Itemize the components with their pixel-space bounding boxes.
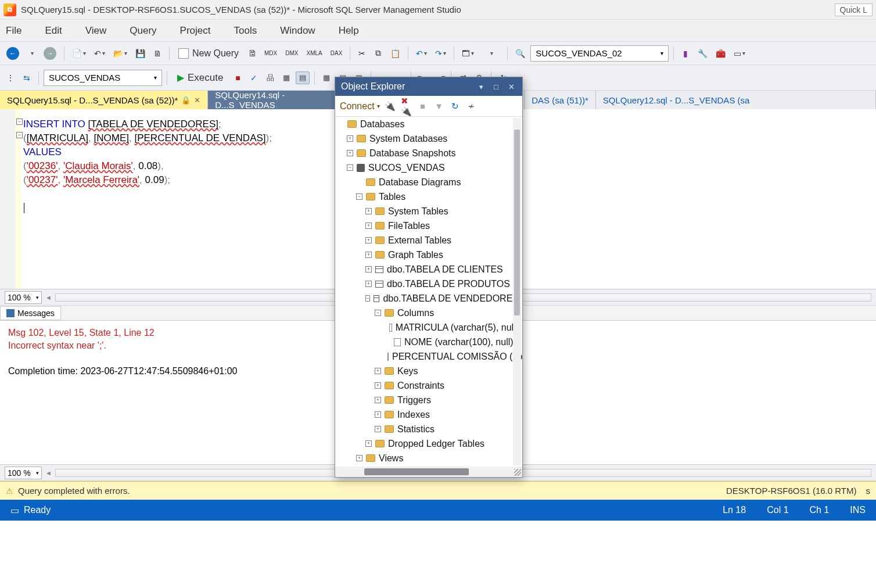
paste-button[interactable]: 📋 (387, 45, 403, 62)
tree-node-constraints[interactable]: +Constraints (335, 378, 522, 393)
sql-code[interactable]: INSERT INTO [TABELA DE VENDEDORES]; ([MA… (23, 117, 272, 214)
menu-query[interactable]: Query (130, 25, 156, 37)
tree-node-table-produtos[interactable]: +dbo.TABELA DE PRODUTOS (335, 277, 522, 291)
window-close-icon[interactable]: ✕ (506, 81, 516, 92)
cut-button[interactable]: ✂ (355, 45, 369, 62)
collapse-icon[interactable]: − (365, 295, 370, 302)
new-query-button[interactable]: New Query (174, 45, 243, 62)
result-grid-button[interactable]: ▦ (319, 71, 333, 84)
ext-button-3[interactable]: 🧰 (713, 45, 728, 62)
save-all-button[interactable]: 🗎 (150, 45, 164, 62)
thread-icon[interactable]: ⋮ (3, 70, 17, 86)
expand-icon[interactable]: + (375, 368, 381, 374)
tree-node-statistics[interactable]: +Statistics (335, 422, 522, 436)
nav-back-button[interactable]: ← (3, 45, 22, 62)
tree-node-databases[interactable]: Databases (335, 117, 522, 131)
plan-button-1[interactable]: 品 (263, 71, 277, 84)
tree-node-graph-tables[interactable]: +Graph Tables (335, 248, 522, 262)
tree-node-views[interactable]: +Views (335, 451, 522, 465)
expand-icon[interactable]: + (375, 382, 381, 389)
object-explorer-tree[interactable]: Databases +System Databases +Database Sn… (335, 117, 522, 467)
expand-icon[interactable]: + (347, 135, 353, 142)
expand-icon[interactable]: + (365, 266, 372, 273)
mdx-button[interactable]: MDX (261, 45, 280, 62)
save-button[interactable]: 💾 (132, 45, 148, 62)
open-button[interactable]: 📂 (110, 45, 130, 62)
solution-config-button[interactable]: 🗔 (459, 45, 477, 62)
close-icon[interactable]: ✕ (194, 96, 200, 105)
plan-button-3[interactable]: ▤ (296, 71, 310, 84)
tab-sqlquery12[interactable]: SQLQuery12.sql - D...S_VENDAS (sa (596, 91, 876, 109)
object-explorer-titlebar[interactable]: Object Explorer ▾ □ ✕ (335, 77, 522, 96)
tree-node-external-tables[interactable]: +External Tables (335, 233, 522, 248)
parse-button[interactable]: ✓ (247, 70, 261, 86)
expand-icon[interactable]: + (365, 208, 372, 214)
tree-node-col-matricula[interactable]: MATRICULA (varchar(5), null) (335, 320, 522, 335)
menu-tools[interactable]: Tools (234, 25, 257, 37)
solution-platform[interactable] (479, 45, 502, 62)
menu-project[interactable]: Project (180, 25, 211, 37)
zoom-combo[interactable]: 100 %▾ (5, 467, 42, 479)
zoom-combo[interactable]: 100 %▾ (5, 291, 42, 304)
open-recent-button[interactable]: ↶ (91, 45, 108, 62)
connect-icon[interactable]: 🔌 (385, 101, 396, 112)
ext-button-2[interactable]: 🔧 (695, 45, 710, 62)
menu-file[interactable]: File (6, 25, 21, 37)
database-combo-2[interactable]: SUCOS_VENDAS_02▾ (530, 45, 669, 62)
nav-back-dropdown[interactable] (24, 45, 38, 62)
ext-button-1[interactable]: ▮ (678, 45, 692, 62)
tree-node-snapshots[interactable]: +Database Snapshots (335, 146, 522, 160)
menu-help[interactable]: Help (339, 25, 359, 37)
redo-button[interactable]: ↷ (432, 45, 449, 62)
expand-icon[interactable]: + (365, 440, 372, 447)
tree-node-tables[interactable]: −Tables (335, 189, 522, 204)
tab-sqlquery15[interactable]: SQLQuery15.sql - D...S_VENDAS (sa (52))*… (0, 91, 208, 109)
dax-button[interactable]: DAX (328, 45, 346, 62)
tree-node-table-vendedores[interactable]: −dbo.TABELA DE VENDEDORES (335, 291, 522, 306)
ext-button-4[interactable]: ▭ (731, 45, 748, 62)
quick-launch-input[interactable]: Quick L (835, 3, 873, 16)
resize-grip-icon[interactable] (514, 469, 521, 476)
tree-node-indexes[interactable]: +Indexes (335, 407, 522, 422)
tree-node-diagrams[interactable]: Database Diagrams (335, 175, 522, 189)
expand-icon[interactable]: + (365, 281, 372, 287)
expand-icon[interactable]: + (375, 426, 381, 432)
undo-button[interactable]: ↶ (413, 45, 430, 62)
filter-icon[interactable]: ▼ (433, 101, 445, 112)
fold-icon[interactable]: − (16, 132, 23, 138)
tree-node-dropped-ledger[interactable]: +Dropped Ledger Tables (335, 436, 522, 451)
tree-node-table-clientes[interactable]: +dbo.TABELA DE CLIENTES (335, 262, 522, 277)
window-dropdown-icon[interactable]: ▾ (476, 81, 486, 92)
fold-icon[interactable]: − (16, 119, 23, 125)
copy-button[interactable]: ⧉ (371, 45, 385, 62)
expand-icon[interactable]: + (365, 223, 372, 229)
change-connection-button[interactable]: ⇆ (20, 70, 34, 86)
tree-node-sucos-vendas[interactable]: −SUCOS_VENDAS (335, 160, 522, 175)
menu-window[interactable]: Window (280, 25, 315, 37)
tab-partial-51[interactable]: DAS (sa (51))* (524, 91, 596, 109)
refresh-icon[interactable]: ↻ (450, 101, 461, 112)
disconnect-icon[interactable]: ✖🔌 (401, 101, 412, 112)
messages-tab[interactable]: Messages (0, 306, 61, 320)
scroll-left-icon[interactable]: ◄ (45, 469, 52, 476)
find-button[interactable]: 🔍 (512, 45, 528, 62)
stop-icon[interactable]: ■ (417, 101, 429, 112)
window-maximize-icon[interactable]: □ (491, 81, 501, 92)
collapse-icon[interactable]: − (347, 164, 353, 171)
nav-forward-button[interactable]: → (41, 45, 59, 62)
tree-node-keys[interactable]: +Keys (335, 364, 522, 378)
tree-node-system-tables[interactable]: +System Tables (335, 204, 522, 218)
tree-vscroll[interactable] (513, 118, 521, 465)
tree-node-filetables[interactable]: +FileTables (335, 218, 522, 233)
tree-node-system-databases[interactable]: +System Databases (335, 131, 522, 146)
database-combo[interactable]: SUCOS_VENDAS▾ (44, 70, 162, 86)
plan-button-2[interactable]: ▦ (279, 71, 293, 84)
tree-hscroll[interactable] (335, 467, 522, 477)
tree-node-columns[interactable]: −Columns (335, 306, 522, 320)
stop-button[interactable]: ■ (231, 70, 245, 86)
menu-edit[interactable]: Edit (45, 25, 62, 37)
dmx-button[interactable]: DMX (282, 45, 301, 62)
tree-node-triggers[interactable]: +Triggers (335, 393, 522, 407)
collapse-icon[interactable]: − (375, 310, 381, 316)
new-item-button[interactable]: 📄 (69, 45, 89, 62)
